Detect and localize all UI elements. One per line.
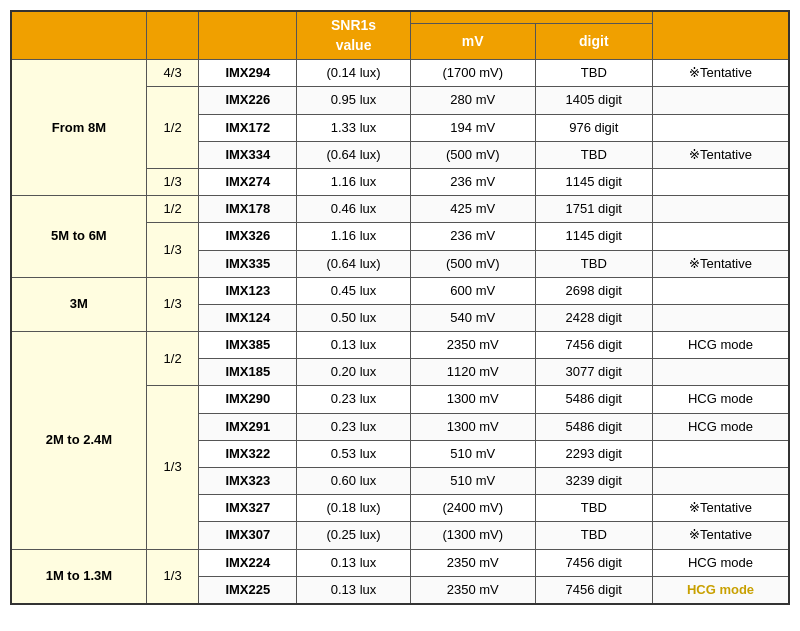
header-resolution: [11, 11, 146, 60]
mv-cell: 236 mV: [410, 223, 535, 250]
digit-cell: 2428 digit: [535, 304, 652, 331]
header-sensitivity: [410, 11, 652, 23]
resolution-cell: 2M to 2.4M: [11, 332, 146, 550]
snr1s-cell: 0.13 lux: [297, 332, 411, 359]
mv-cell: 1300 mV: [410, 413, 535, 440]
snr1s-cell: 0.23 lux: [297, 413, 411, 440]
mv-cell: 194 mV: [410, 114, 535, 141]
digit-cell: 1751 digit: [535, 196, 652, 223]
product-cell: IMX226: [199, 87, 297, 114]
product-cell: IMX224: [199, 549, 297, 576]
product-cell: IMX335: [199, 250, 297, 277]
mv-cell: 540 mV: [410, 304, 535, 331]
table-row: 3M1/3IMX1230.45 lux600 mV2698 digit: [11, 277, 789, 304]
remark-cell: ※Tentative: [652, 60, 789, 87]
digit-cell: 1145 digit: [535, 223, 652, 250]
image-size-cell: 1/3: [146, 386, 199, 549]
snr1s-cell: 0.50 lux: [297, 304, 411, 331]
digit-cell: 3239 digit: [535, 468, 652, 495]
product-cell: IMX294: [199, 60, 297, 87]
snr1s-cell: (0.18 lux): [297, 495, 411, 522]
mv-cell: 1120 mV: [410, 359, 535, 386]
header-mv: mV: [410, 23, 535, 60]
header-snr1s: SNR1svalue: [297, 11, 411, 60]
image-size-cell: 1/2: [146, 87, 199, 169]
mv-cell: 425 mV: [410, 196, 535, 223]
table-row: 2M to 2.4M1/2IMX3850.13 lux2350 mV7456 d…: [11, 332, 789, 359]
product-cell: IMX307: [199, 522, 297, 549]
digit-cell: 5486 digit: [535, 413, 652, 440]
table-row: 1M to 1.3M1/3IMX2240.13 lux2350 mV7456 d…: [11, 549, 789, 576]
digit-cell: 2293 digit: [535, 440, 652, 467]
image-size-cell: 1/2: [146, 332, 199, 386]
snr1s-cell: (0.25 lux): [297, 522, 411, 549]
mv-cell: 2350 mV: [410, 576, 535, 604]
digit-cell: TBD: [535, 60, 652, 87]
header-remarks: [652, 11, 789, 60]
digit-cell: 5486 digit: [535, 386, 652, 413]
sensor-table: SNR1svalue mV digit From 8M4/3IMX294(0.1…: [10, 10, 790, 605]
product-cell: IMX326: [199, 223, 297, 250]
mv-cell: (1300 mV): [410, 522, 535, 549]
digit-cell: 7456 digit: [535, 332, 652, 359]
snr1s-cell: 0.20 lux: [297, 359, 411, 386]
remark-cell: [652, 168, 789, 195]
digit-cell: TBD: [535, 250, 652, 277]
resolution-cell: 1M to 1.3M: [11, 549, 146, 604]
remark-cell: [652, 304, 789, 331]
remark-cell: [652, 223, 789, 250]
image-size-cell: 1/3: [146, 277, 199, 331]
remark-cell: [652, 359, 789, 386]
remark-cell: ※Tentative: [652, 250, 789, 277]
product-cell: IMX323: [199, 468, 297, 495]
snr1s-cell: 0.53 lux: [297, 440, 411, 467]
mv-cell: (1700 mV): [410, 60, 535, 87]
digit-cell: 1405 digit: [535, 87, 652, 114]
snr1s-cell: (0.64 lux): [297, 141, 411, 168]
resolution-cell: From 8M: [11, 60, 146, 196]
digit-cell: 3077 digit: [535, 359, 652, 386]
mv-cell: (500 mV): [410, 141, 535, 168]
mv-cell: (2400 mV): [410, 495, 535, 522]
mv-cell: 510 mV: [410, 468, 535, 495]
mv-cell: 510 mV: [410, 440, 535, 467]
digit-cell: 7456 digit: [535, 549, 652, 576]
snr1s-cell: 1.16 lux: [297, 223, 411, 250]
mv-cell: (500 mV): [410, 250, 535, 277]
header-image-size: [146, 11, 199, 60]
remark-cell: HCG mode: [652, 386, 789, 413]
digit-cell: 7456 digit: [535, 576, 652, 604]
product-cell: IMX327: [199, 495, 297, 522]
mv-cell: 280 mV: [410, 87, 535, 114]
remark-cell: HCG mode: [652, 413, 789, 440]
product-cell: IMX385: [199, 332, 297, 359]
remark-cell: HCG mode: [652, 549, 789, 576]
table-row: From 8M4/3IMX294(0.14 lux)(1700 mV)TBD※T…: [11, 60, 789, 87]
snr1s-cell: 0.46 lux: [297, 196, 411, 223]
image-size-cell: 1/3: [146, 549, 199, 604]
product-cell: IMX322: [199, 440, 297, 467]
product-cell: IMX290: [199, 386, 297, 413]
image-size-cell: 4/3: [146, 60, 199, 87]
digit-cell: TBD: [535, 141, 652, 168]
remark-cell: [652, 468, 789, 495]
mv-cell: 1300 mV: [410, 386, 535, 413]
remark-cell: HCG mode: [652, 576, 789, 604]
remark-cell: [652, 440, 789, 467]
mv-cell: 2350 mV: [410, 332, 535, 359]
image-size-cell: 1/3: [146, 223, 199, 277]
remark-cell: [652, 277, 789, 304]
table-wrapper: SNR1svalue mV digit From 8M4/3IMX294(0.1…: [10, 10, 790, 605]
digit-cell: TBD: [535, 522, 652, 549]
remark-cell: [652, 114, 789, 141]
product-cell: IMX274: [199, 168, 297, 195]
header-products: [199, 11, 297, 60]
snr1s-cell: 0.45 lux: [297, 277, 411, 304]
snr1s-cell: 0.13 lux: [297, 549, 411, 576]
snr1s-cell: 1.33 lux: [297, 114, 411, 141]
snr1s-cell: 1.16 lux: [297, 168, 411, 195]
snr1s-cell: 0.60 lux: [297, 468, 411, 495]
snr1s-cell: 0.95 lux: [297, 87, 411, 114]
remark-cell: ※Tentative: [652, 141, 789, 168]
resolution-cell: 3M: [11, 277, 146, 331]
